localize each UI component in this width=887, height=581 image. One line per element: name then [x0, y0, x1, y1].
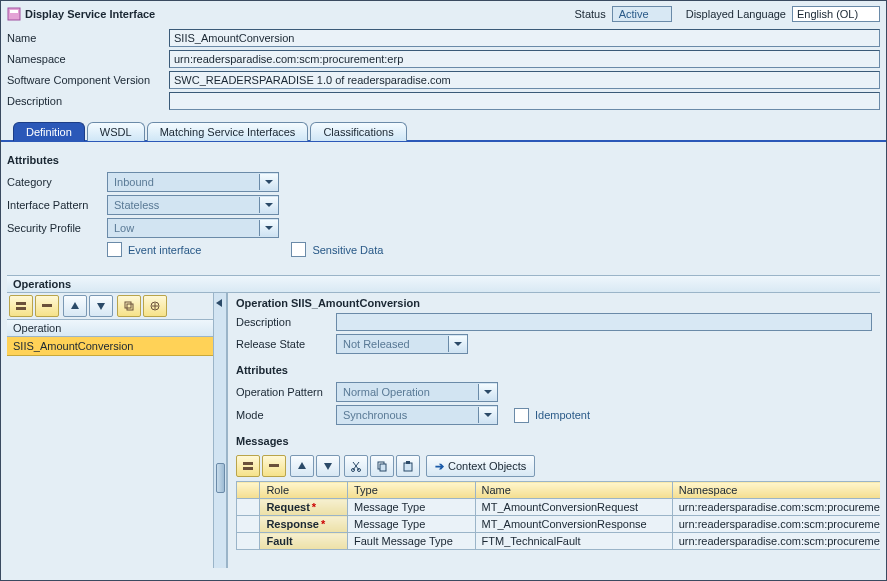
- op-description-input[interactable]: [336, 313, 872, 331]
- sensitive-data-checkbox[interactable]: [291, 242, 306, 257]
- interface-pattern-label: Interface Pattern: [7, 199, 107, 211]
- namespace-cell: urn:readersparadise.com:scm:procurement: [672, 533, 880, 550]
- operation-detail-prefix: Operation: [236, 297, 291, 309]
- table-row[interactable]: Response*Message TypeMT_AmountConversion…: [237, 516, 881, 533]
- status-label: Status: [575, 8, 606, 20]
- op-pattern-select[interactable]: Normal Operation: [336, 382, 498, 402]
- svg-marker-6: [97, 303, 105, 310]
- context-objects-button[interactable]: ➔ Context Objects: [426, 455, 535, 477]
- messages-toolbar: ➔ Context Objects: [236, 453, 872, 479]
- category-label: Category: [7, 176, 107, 188]
- msg-insert-button[interactable]: [236, 455, 260, 477]
- copy-button[interactable]: [117, 295, 141, 317]
- dropdown-icon: [259, 174, 278, 190]
- svg-rect-13: [243, 467, 253, 470]
- tab-matching[interactable]: Matching Service Interfaces: [147, 122, 309, 141]
- splitter[interactable]: [214, 293, 227, 568]
- msg-copy-button[interactable]: [370, 455, 394, 477]
- header: Display Service Interface Status Active …: [1, 1, 886, 25]
- insert-row-button[interactable]: [9, 295, 33, 317]
- type-cell: Message Type: [347, 499, 475, 516]
- msg-cut-button[interactable]: [344, 455, 368, 477]
- svg-rect-4: [42, 304, 52, 307]
- msg-paste-button[interactable]: [396, 455, 420, 477]
- move-up-button[interactable]: [63, 295, 87, 317]
- mode-select[interactable]: Synchronous: [336, 405, 498, 425]
- page-title: Display Service Interface: [25, 8, 155, 20]
- tab-classifications[interactable]: Classifications: [310, 122, 406, 141]
- row-selector[interactable]: [237, 533, 260, 550]
- op-description-label: Description: [236, 316, 336, 328]
- operation-detail-name: SIIS_AmountConversion: [291, 297, 420, 309]
- table-row[interactable]: Request*Message TypeMT_AmountConversionR…: [237, 499, 881, 516]
- interface-pattern-select[interactable]: Stateless: [107, 195, 279, 215]
- row-selector[interactable]: [237, 499, 260, 516]
- arrow-right-icon: ➔: [435, 460, 444, 473]
- msg-down-button[interactable]: [316, 455, 340, 477]
- svg-rect-8: [127, 304, 133, 310]
- idempotent-label: Idempotent: [535, 409, 590, 421]
- svg-marker-15: [298, 462, 306, 469]
- name-cell: MT_AmountConversionRequest: [475, 499, 672, 516]
- name-cell: MT_AmountConversionResponse: [475, 516, 672, 533]
- name-input[interactable]: [169, 29, 880, 47]
- where-used-button[interactable]: [143, 295, 167, 317]
- svg-marker-16: [324, 463, 332, 470]
- status-value: Active: [612, 6, 672, 22]
- category-value: Inbound: [108, 176, 259, 188]
- delete-row-button[interactable]: [35, 295, 59, 317]
- security-profile-select[interactable]: Low: [107, 218, 279, 238]
- splitter-handle-icon: [216, 463, 225, 493]
- table-row[interactable]: FaultFault Message TypeFTM_TechnicalFaul…: [237, 533, 881, 550]
- svg-rect-3: [16, 307, 26, 310]
- name-cell: FTM_TechnicalFault: [475, 533, 672, 550]
- role-cell: Fault: [260, 533, 348, 550]
- svg-rect-14: [269, 464, 279, 467]
- operation-detail: Operation SIIS_AmountConversion Descript…: [227, 293, 880, 568]
- language-select[interactable]: English (OL): [792, 6, 880, 22]
- tab-definition[interactable]: Definition: [13, 122, 85, 141]
- operation-item[interactable]: SIIS_AmountConversion: [7, 337, 213, 356]
- swcv-input[interactable]: [169, 71, 880, 89]
- role-cell: Request*: [260, 499, 348, 516]
- main-panel: Attributes Category Inbound Interface Pa…: [1, 142, 886, 574]
- name-header[interactable]: Name: [475, 482, 672, 499]
- svg-rect-22: [380, 464, 386, 471]
- role-header[interactable]: Role: [260, 482, 348, 499]
- svg-rect-2: [16, 302, 26, 305]
- move-down-button[interactable]: [89, 295, 113, 317]
- svg-rect-12: [243, 462, 253, 465]
- dropdown-icon: [448, 336, 467, 352]
- namespace-cell: urn:readersparadise.com:scm:procurement: [672, 516, 880, 533]
- description-label: Description: [7, 95, 169, 107]
- type-cell: Fault Message Type: [347, 533, 475, 550]
- event-interface-label: Event interface: [128, 244, 201, 256]
- op-attributes-title: Attributes: [236, 364, 872, 376]
- operations-list: Operation SIIS_AmountConversion: [7, 293, 214, 568]
- svg-rect-0: [8, 8, 20, 20]
- role-cell: Response*: [260, 516, 348, 533]
- row-selector[interactable]: [237, 516, 260, 533]
- release-state-select[interactable]: Not Released: [336, 334, 468, 354]
- svg-rect-1: [10, 10, 18, 13]
- release-state-label: Release State: [236, 338, 336, 350]
- msg-delete-button[interactable]: [262, 455, 286, 477]
- svg-rect-24: [406, 461, 410, 464]
- name-label: Name: [7, 32, 169, 44]
- release-state-value: Not Released: [337, 338, 448, 350]
- context-objects-label: Context Objects: [448, 460, 526, 472]
- dropdown-icon: [259, 197, 278, 213]
- sensitive-data-label: Sensitive Data: [312, 244, 383, 256]
- category-select[interactable]: Inbound: [107, 172, 279, 192]
- namespace-header[interactable]: Namespace: [672, 482, 880, 499]
- dropdown-icon: [478, 407, 497, 423]
- security-profile-label: Security Profile: [7, 222, 107, 234]
- namespace-input[interactable]: [169, 50, 880, 68]
- description-input[interactable]: [169, 92, 880, 110]
- msg-up-button[interactable]: [290, 455, 314, 477]
- tab-wsdl[interactable]: WSDL: [87, 122, 145, 141]
- svg-rect-7: [125, 302, 131, 308]
- event-interface-checkbox[interactable]: [107, 242, 122, 257]
- type-header[interactable]: Type: [347, 482, 475, 499]
- idempotent-checkbox[interactable]: [514, 408, 529, 423]
